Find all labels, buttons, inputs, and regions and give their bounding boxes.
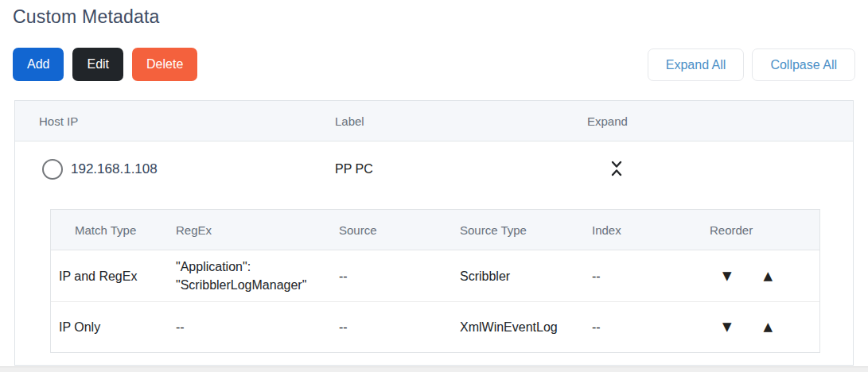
move-down-icon[interactable]: ▼ [721, 269, 734, 284]
reorder-cell: ▼ ▲ [700, 320, 819, 335]
reorder-cell: ▼ ▲ [700, 269, 819, 284]
source-type-cell: Scribbler [450, 261, 582, 292]
edit-button[interactable]: Edit [72, 48, 123, 81]
host-row-radio[interactable] [42, 159, 63, 180]
source-column-header: Source [329, 223, 450, 237]
metadata-rules-table: Match Type RegEx Source Source Type Inde… [50, 209, 820, 353]
page-bottom-divider [0, 366, 868, 372]
reorder-column-header: Reorder [700, 223, 819, 237]
regex-column-header: RegEx [166, 223, 329, 237]
source-cell: -- [329, 312, 450, 343]
label-column-header: Label [335, 114, 587, 128]
collapse-row-icon[interactable] [608, 157, 625, 180]
index-column-header: Index [582, 223, 700, 237]
expand-collapse-toolbar: Expand All Collpase All [648, 48, 855, 81]
host-label-value: PP PC [335, 162, 587, 176]
match-type-column-header: Match Type [51, 223, 166, 237]
delete-button[interactable]: Delete [132, 48, 197, 81]
collapse-all-button[interactable]: Collpase All [752, 48, 855, 81]
host-metadata-table: Host IP Label Expand 192.168.1.108 PP PC… [14, 100, 854, 366]
index-cell: -- [582, 261, 700, 292]
host-ip-value: 192.168.1.108 [71, 161, 158, 177]
regex-cell: "Application": "ScribblerLogManager" [166, 251, 329, 300]
expand-all-button[interactable]: Expand All [648, 48, 745, 81]
rule-row: IP Only -- -- XmlWinEventLog -- ▼ ▲ [51, 301, 819, 352]
host-ip-column-header: Host IP [15, 114, 335, 128]
source-type-column-header: Source Type [450, 223, 582, 237]
host-table-header-row: Host IP Label Expand [15, 101, 853, 141]
source-type-cell: XmlWinEventLog [450, 312, 582, 343]
unfold-less-icon [609, 158, 624, 179]
action-toolbar: Add Edit Delete [13, 48, 197, 81]
expand-column-header: Expand [587, 114, 853, 128]
host-table-row: 192.168.1.108 PP PC [15, 141, 853, 197]
regex-cell: -- [166, 312, 329, 343]
rules-table-header-row: Match Type RegEx Source Source Type Inde… [51, 210, 819, 250]
expand-cell [587, 157, 853, 182]
rule-row: IP and RegEx "Application": "ScribblerLo… [51, 250, 819, 301]
add-button[interactable]: Add [13, 48, 64, 81]
move-down-icon[interactable]: ▼ [721, 320, 734, 335]
match-type-cell: IP and RegEx [51, 261, 166, 292]
source-cell: -- [329, 261, 450, 292]
move-up-icon[interactable]: ▲ [762, 320, 775, 335]
host-ip-cell: 192.168.1.108 [15, 159, 335, 180]
index-cell: -- [582, 312, 700, 343]
move-up-icon[interactable]: ▲ [762, 269, 775, 284]
page-title: Custom Metadata [13, 6, 160, 28]
match-type-cell: IP Only [51, 312, 166, 343]
